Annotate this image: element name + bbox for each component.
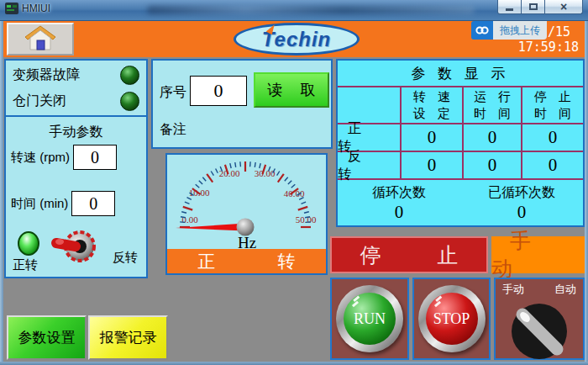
minimize-button[interactable]: [497, 0, 522, 14]
page-indicator: /15: [548, 24, 570, 40]
auto-mode-label: 自动: [554, 282, 576, 297]
window-controls: ×: [497, 0, 583, 14]
forward-speed-value: 0: [400, 124, 462, 152]
window-title: HMIUI: [22, 3, 50, 14]
window-frame-right: [585, 21, 588, 362]
time-label: 时间 (min): [11, 196, 68, 212]
forward-runtime-value: 0: [462, 124, 521, 152]
drag-upload-extension-badge[interactable]: 拖拽上传: [471, 21, 547, 40]
inverter-fault-led-icon: [120, 66, 139, 85]
blurred-title-text: [147, 6, 475, 14]
cycle-count-block: 循环次数 0: [338, 180, 460, 227]
reverse-runtime-value: 0: [462, 152, 521, 180]
home-icon: [24, 24, 57, 54]
table-corner-cell: [338, 87, 400, 124]
reverse-speed-value: 0: [400, 152, 462, 180]
inverter-fault-label: 变频器故障: [13, 66, 80, 84]
manual-parameters-title: 手动参数: [6, 124, 146, 141]
stop-banner-label: 停 止: [335, 241, 484, 269]
reverse-stoptime-value: 0: [521, 152, 583, 180]
frequency-gauge-panel: 0.00 10.00 20.00 30.00 40.00 50.00 Hz 正 …: [165, 153, 328, 275]
run-button[interactable]: RUN: [336, 285, 403, 352]
mode-selector-knob[interactable]: [509, 301, 570, 365]
serial-label: 序号: [160, 84, 186, 102]
gauge-tick-50: 50.00: [296, 214, 317, 225]
alarm-record-button[interactable]: 报警记录: [88, 315, 168, 360]
door-closed-led-icon: [120, 92, 139, 111]
screen-header: Techin 拖拽上传 /15 17:59:18: [3, 21, 585, 57]
col-header-run-time: 运 行 时 间: [462, 87, 521, 124]
manual-parameters-panel: 手动参数 转速 (rpm) 时间 (min) 正转: [4, 115, 148, 278]
mode-indicator-label: 手 动: [491, 227, 585, 283]
speed-input[interactable]: [73, 145, 117, 170]
maximize-button[interactable]: [522, 0, 545, 14]
gauge-unit-label: Hz: [238, 234, 256, 251]
parameter-display-title: 参 数 显 示: [338, 61, 583, 87]
stop-button[interactable]: STOP: [418, 285, 486, 352]
stop-button-face: STOP: [426, 293, 478, 345]
cycle-count-label: 循环次数: [372, 184, 426, 202]
parameter-table: 转 速 设 定 运 行 时 间 停 止 时 间 正 转 0 0 0 反 转 0 …: [338, 87, 583, 180]
col-header-speed-setting: 转 速 设 定: [400, 87, 462, 124]
techin-logo: Techin: [234, 23, 360, 56]
cycle-counts: 循环次数 0 已循环次数 0: [338, 180, 583, 227]
home-button[interactable]: [7, 23, 74, 56]
forward-stoptime-value: 0: [521, 124, 583, 152]
run-button-panel: RUN: [330, 278, 409, 360]
mode-indicator-banner: 手 动: [491, 236, 585, 273]
stop-banner-button[interactable]: 停 止: [330, 236, 488, 273]
speed-row: 转速 (rpm): [11, 145, 117, 170]
upload-extension-icon: [471, 21, 493, 40]
frequency-gauge: 0.00 10.00 20.00 30.00 40.00 50.00 Hz: [167, 155, 326, 251]
status-row-inverter-fault: 变频器故障: [13, 62, 139, 88]
stop-button-panel: STOP: [412, 278, 491, 360]
speed-label: 转速 (rpm): [11, 150, 70, 166]
rotation-status-banner: 正 转: [167, 249, 326, 273]
status-panel: 变频器故障 仓门关闭: [4, 59, 148, 117]
remark-label: 备注: [160, 121, 186, 139]
extension-badge-label: 拖拽上传: [493, 21, 547, 40]
direction-toggle-switch[interactable]: [50, 228, 100, 268]
gauge-tick-0: 0.00: [181, 214, 198, 225]
mode-selector-labels: 手动 自动: [496, 282, 583, 297]
app-icon: [5, 3, 18, 14]
serial-input[interactable]: [190, 76, 247, 106]
mode-selector-panel: 手动 自动: [494, 278, 585, 360]
cycled-count-block: 已循环次数 0: [460, 180, 583, 227]
hmi-screen: Techin 拖拽上传 /15 17:59:18 变频器故障 仓门关闭: [3, 21, 585, 362]
time-input[interactable]: [71, 191, 115, 216]
manual-mode-label: 手动: [502, 282, 524, 297]
reverse-label: 反转: [113, 250, 138, 266]
door-closed-label: 仓门关闭: [13, 93, 66, 110]
parameter-display-panel: 参 数 显 示 转 速 设 定 运 行 时 间 停 止 时 间 正 转 0 0: [336, 59, 585, 227]
close-button[interactable]: ×: [545, 0, 583, 14]
window-frame-bottom: [0, 362, 588, 365]
cycled-count-label: 已循环次数: [488, 184, 555, 202]
gauge-tick-40: 40.00: [284, 188, 305, 198]
clock: 17:59:18: [518, 40, 579, 55]
window-titlebar[interactable]: HMIUI ×: [0, 0, 588, 21]
rotation-status-text: 正 转: [170, 250, 324, 273]
forward-label: 正转: [13, 257, 38, 273]
status-row-door-closed: 仓门关闭: [13, 88, 139, 114]
cycled-count-value: 0: [517, 202, 527, 223]
record-panel: 序号 读 取 备注: [151, 59, 333, 149]
read-button[interactable]: 读 取: [254, 72, 329, 108]
forward-run-led-icon: [18, 231, 39, 256]
row-label-reverse: 反 转: [338, 152, 400, 180]
app-window: HMIUI × Techin: [0, 0, 588, 365]
cycle-count-value: 0: [395, 202, 404, 223]
col-header-stop-time: 停 止 时 间: [521, 87, 583, 124]
time-row: 时间 (min): [11, 191, 115, 216]
run-button-face: RUN: [344, 293, 396, 345]
parameter-settings-button[interactable]: 参数设置: [7, 315, 87, 360]
